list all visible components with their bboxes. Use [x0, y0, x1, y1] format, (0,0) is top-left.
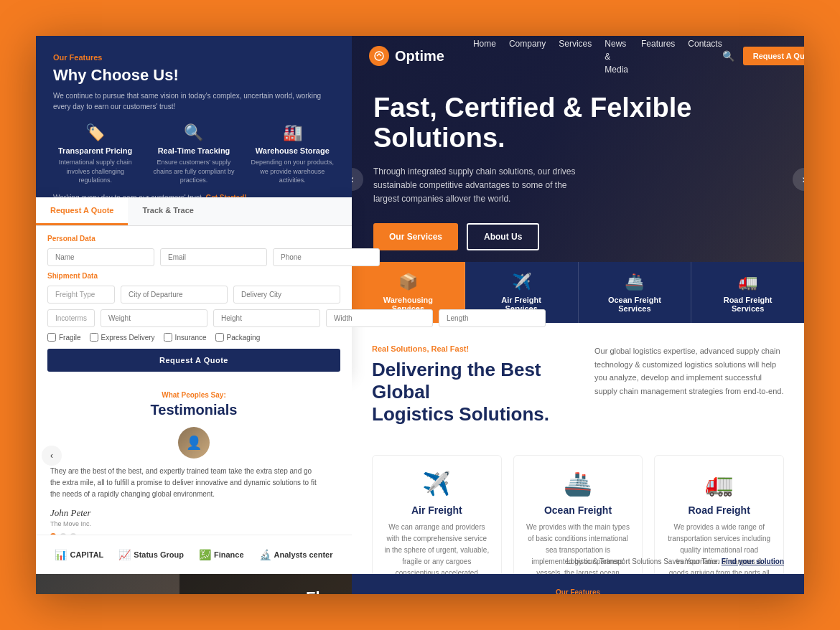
bls-title: Flex& D — [306, 588, 337, 594]
warehouse-text: Depending on your products, we provide w… — [251, 158, 335, 185]
city-departure-field[interactable] — [121, 286, 228, 304]
testimonial-quote: They are the best of the best, and exper… — [50, 466, 323, 500]
road-freight-tab-label: Road FreightServices — [724, 296, 773, 313]
analysts-name: Analysts center — [274, 550, 333, 559]
why-tagline: Our Features — [53, 53, 335, 62]
analysts-icon: 🔬 — [259, 549, 271, 560]
form-body: Personal Data Shipment Data Freight Type… — [36, 226, 352, 380]
delivery-city-field[interactable] — [233, 286, 340, 304]
our-services-button[interactable]: Our Services — [373, 223, 458, 250]
pricing-icon: 🏷️ — [53, 123, 137, 142]
email-field[interactable] — [160, 248, 267, 266]
personal-data-row — [47, 248, 340, 266]
logistics-right: Our global logistics expertise, advanced… — [594, 344, 784, 438]
warehouse-icon: 🏭 — [251, 123, 335, 142]
nav-news[interactable]: News & Media — [605, 39, 628, 75]
pricing-text: International supply chain involves chal… — [53, 158, 137, 185]
search-icon[interactable]: 🔍 — [722, 50, 734, 62]
air-freight-card-title: Air Freight — [384, 504, 490, 516]
warehousing-icon: 📦 — [398, 273, 418, 291]
logistics-tagline: Real Solutions, Real Fast! — [372, 344, 573, 353]
bottom-left-content: Flex& D We beliethe highadded vaour worl… — [306, 588, 337, 594]
about-us-button[interactable]: About Us — [467, 223, 539, 250]
service-cards: ✈️ Air Freight We can arrange and provid… — [372, 455, 784, 594]
testimonial-author-company: The Move Inc. — [50, 520, 337, 527]
why-features-list: 🏷️ Transparent Pricing International sup… — [53, 123, 335, 185]
warehouse-title: Warehouse Storage — [251, 146, 335, 155]
nav-contacts[interactable]: Contacts — [688, 39, 722, 49]
tab-ocean-freight[interactable]: 🚢 Ocean FreightServices — [579, 262, 692, 323]
width-field[interactable] — [326, 309, 433, 327]
nav-features[interactable]: Features — [641, 39, 675, 49]
logo-text: Optime — [395, 48, 444, 65]
freight-type-select[interactable]: Freight Type — [47, 286, 115, 304]
testimonials-tagline: What Peoples Say: — [50, 391, 337, 399]
why-feature-pricing: 🏷️ Transparent Pricing International sup… — [53, 123, 137, 185]
logistics-title: Delivering the Best GlobalLogistics Solu… — [372, 359, 573, 426]
personal-data-title: Personal Data — [47, 235, 340, 243]
testimonials-panel: ‹ What Peoples Say: Testimonials 👤 They … — [36, 377, 352, 535]
hero-buttons: Our Services About Us — [373, 223, 783, 250]
main-container: Our Features Why Choose Us! We continue … — [36, 36, 804, 594]
hero-next-arrow[interactable]: › — [793, 168, 804, 191]
tracking-title: Real-Time Tracking — [151, 146, 235, 155]
road-freight-card: 🚛 Road Freight We provides a wide range … — [654, 455, 784, 594]
logistics-section: Real Solutions, Real Fast! Delivering th… — [352, 323, 804, 574]
submit-quote-btn[interactable]: Request A Quote — [47, 349, 340, 372]
height-field[interactable] — [213, 309, 320, 327]
ocean-freight-card: 🚢 Ocean Freight We provides with the mai… — [513, 455, 643, 594]
form-tabs: Request A Quote Track & Trace — [36, 197, 352, 226]
nav-home[interactable]: Home — [473, 39, 496, 49]
air-freight-tab-icon: ✈️ — [512, 273, 531, 291]
quote-form-panel: Request A Quote Track & Trace Personal D… — [36, 197, 352, 377]
weight-field[interactable] — [101, 309, 207, 327]
packaging-checkbox[interactable]: Packaging — [215, 333, 261, 342]
ocean-freight-icon: 🚢 — [526, 470, 631, 497]
insurance-checkbox[interactable]: Insurance — [164, 333, 207, 342]
pricing-title: Transparent Pricing — [53, 146, 137, 155]
hero-title: Fast, Certified & Felxible Solutions. — [373, 93, 783, 154]
shipment-data-title: Shipment Data — [47, 272, 340, 280]
nav-services[interactable]: Services — [559, 39, 592, 49]
bottom-why-tagline: Our Features — [372, 588, 784, 594]
name-field[interactable] — [47, 248, 154, 266]
partner-analysts: 🔬 Analysts center — [259, 549, 333, 560]
testimonial-prev-arrow[interactable]: ‹ — [42, 446, 62, 466]
nav-actions: 🔍 Request A Quote → En — [722, 47, 804, 65]
svg-point-0 — [375, 52, 383, 60]
logistics-inner: Real Solutions, Real Fast! Delivering th… — [372, 344, 784, 438]
express-checkbox[interactable]: Express Delivery — [90, 333, 155, 342]
testimonials-title: Testimonials — [50, 402, 337, 418]
road-freight-icon: 🚛 — [666, 470, 772, 497]
why-feature-warehouse: 🏭 Warehouse Storage Depending on your pr… — [251, 123, 335, 185]
nav-quote-button[interactable]: Request A Quote → — [743, 47, 804, 65]
testimonial-author-name: John Peter — [50, 507, 337, 519]
nav-company[interactable]: Company — [509, 39, 546, 49]
why-subtitle: We continue to pursue that same vision i… — [53, 90, 335, 112]
logistics-bottom-cta: Logistic & Transport Solutions Saves You… — [566, 558, 784, 565]
tab-request-quote[interactable]: Request A Quote — [36, 197, 128, 225]
finance-icon: 💹 — [199, 549, 211, 560]
nav-logo: Optime — [369, 46, 444, 66]
logistics-left: Real Solutions, Real Fast! Delivering th… — [372, 344, 573, 438]
length-field[interactable] — [439, 309, 546, 327]
nav-links: Home Company Services News & Media Featu… — [473, 37, 722, 75]
capital-name: CAPITAL — [70, 550, 103, 559]
find-solution-link[interactable]: Find your solution — [722, 558, 784, 565]
phone-field[interactable] — [273, 248, 380, 266]
ocean-freight-card-title: Ocean Freight — [526, 504, 631, 516]
incoterms-select[interactable]: Incoterms — [47, 309, 95, 327]
ocean-freight-tab-icon: 🚢 — [625, 273, 644, 291]
tab-road-freight[interactable]: 🚛 Road FreightServices — [691, 262, 804, 323]
navbar: Optime Home Company Services News & Medi… — [352, 36, 804, 76]
bottom-left-section: Flex& D We beliethe highadded vaour worl… — [36, 574, 352, 594]
capital-icon: 📊 — [55, 549, 67, 560]
fragile-checkbox[interactable]: Fragile — [47, 333, 81, 342]
partner-finance: 💹 Finance — [199, 549, 244, 560]
tracking-icon: 🔍 — [151, 123, 235, 142]
why-feature-tracking: 🔍 Real-Time Tracking Ensure customers' s… — [151, 123, 235, 185]
road-freight-tab-icon: 🚛 — [738, 273, 757, 291]
tab-track-trace[interactable]: Track & Trace — [128, 197, 208, 225]
finance-name: Finance — [214, 550, 244, 559]
air-freight-icon: ✈️ — [384, 470, 490, 497]
